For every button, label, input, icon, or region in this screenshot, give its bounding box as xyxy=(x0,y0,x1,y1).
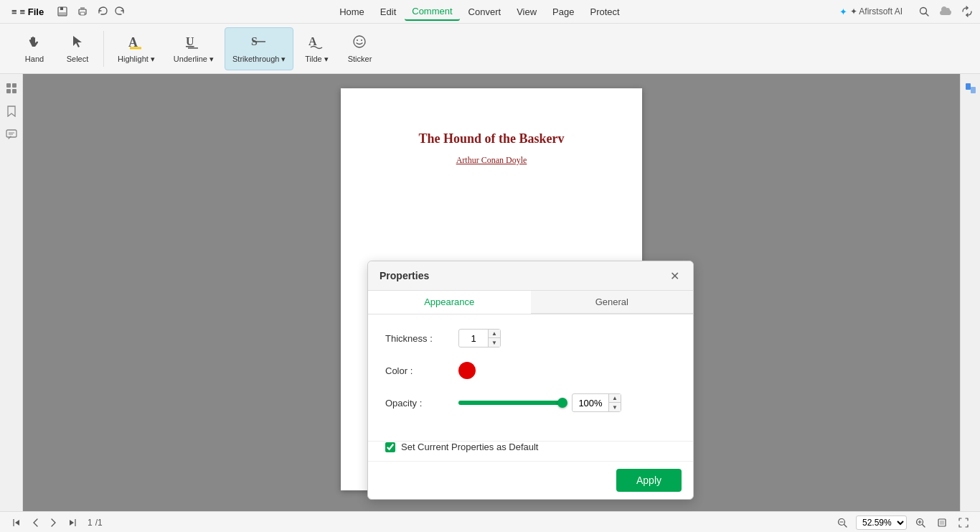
svg-rect-21 xyxy=(12,89,17,93)
panel-header: Properties ✕ xyxy=(368,261,693,291)
strikethrough-label: Strikethrough ▾ xyxy=(232,55,286,64)
nav-first-button[interactable] xyxy=(9,515,24,531)
hand-label: Hand xyxy=(25,55,44,63)
sticker-icon xyxy=(352,34,367,52)
zoom-in-button[interactable] xyxy=(913,515,928,531)
comments-panel-icon[interactable] xyxy=(3,126,20,143)
color-label: Color : xyxy=(385,365,450,376)
tilde-icon: A xyxy=(308,34,324,52)
svg-point-15 xyxy=(354,36,365,47)
undo-icon[interactable] xyxy=(95,4,110,19)
hand-icon xyxy=(27,34,42,52)
thickness-up-button[interactable]: ▲ xyxy=(489,330,500,338)
ai-button[interactable]: ✦ ✦ Afirstsoft AI xyxy=(832,4,910,20)
menu-view[interactable]: View xyxy=(509,4,544,20)
svg-rect-2 xyxy=(59,12,66,16)
strikethrough-icon: S xyxy=(251,34,267,52)
tab-general[interactable]: General xyxy=(531,291,694,314)
opacity-spinners: ▲ ▼ xyxy=(608,394,621,411)
select-tool-button[interactable]: Select xyxy=(57,27,98,70)
fit-page-button[interactable] xyxy=(934,515,950,531)
thickness-row: Thickness : ▲ ▼ xyxy=(385,329,676,347)
pdf-content-area: The Hound of the Baskerv Arthur Conan Do… xyxy=(23,74,960,511)
menu-edit[interactable]: Edit xyxy=(373,4,403,20)
panel-close-button[interactable]: ✕ xyxy=(667,269,682,283)
file-label: ≡ File xyxy=(20,6,44,17)
page-separator: /1 xyxy=(95,518,103,528)
svg-rect-37 xyxy=(940,521,944,525)
opacity-down-button[interactable]: ▼ xyxy=(609,403,621,411)
underline-tool-button[interactable]: U Underline ▾ xyxy=(166,27,222,70)
menu-convert[interactable]: Convert xyxy=(461,4,509,20)
translate-icon[interactable] xyxy=(962,80,979,97)
redo-icon[interactable] xyxy=(113,4,127,19)
search-icon[interactable] xyxy=(917,4,931,19)
bookmark-icon[interactable] xyxy=(3,103,20,120)
apply-button[interactable]: Apply xyxy=(616,469,682,492)
file-menu[interactable]: ≡ ≡ File xyxy=(6,5,50,19)
strikethrough-tool-button[interactable]: S Strikethrough ▾ xyxy=(225,27,293,70)
nav-last-button[interactable] xyxy=(65,515,80,531)
zoom-select[interactable]: 52.59% 75% 100% 125% 150% xyxy=(856,515,907,530)
menu-home[interactable]: Home xyxy=(332,4,372,20)
set-default-checkbox[interactable] xyxy=(385,442,395,452)
svg-rect-1 xyxy=(60,7,63,10)
svg-line-33 xyxy=(923,524,925,527)
zoom-out-button[interactable] xyxy=(834,515,850,531)
svg-rect-4 xyxy=(80,7,85,9)
book-author: Arthur Conan Doyle xyxy=(456,155,527,166)
opacity-input-wrap: ▲ ▼ xyxy=(572,393,621,412)
svg-rect-19 xyxy=(12,83,17,88)
set-default-row: Set Current Properties as Default xyxy=(368,441,693,461)
svg-line-30 xyxy=(844,524,847,527)
sync-icon[interactable] xyxy=(960,4,974,19)
hand-tool-button[interactable]: Hand xyxy=(14,27,55,70)
select-icon xyxy=(70,34,85,52)
opacity-label: Opacity : xyxy=(385,398,450,409)
panel-title: Properties xyxy=(380,270,429,281)
panel-tabs: Appearance General xyxy=(368,291,693,314)
thumbnail-icon[interactable] xyxy=(3,80,20,97)
tab-appearance[interactable]: Appearance xyxy=(368,291,531,314)
color-swatch[interactable] xyxy=(458,362,476,379)
svg-text:A: A xyxy=(308,35,317,47)
save-icon[interactable] xyxy=(55,4,70,19)
opacity-input[interactable] xyxy=(573,396,608,411)
underline-label: Underline ▾ xyxy=(174,55,214,64)
opacity-up-button[interactable]: ▲ xyxy=(609,394,621,403)
thickness-label: Thickness : xyxy=(385,333,450,344)
nav-prev-button[interactable] xyxy=(27,515,43,531)
svg-rect-5 xyxy=(80,12,85,15)
svg-point-17 xyxy=(361,39,362,41)
thickness-input[interactable] xyxy=(459,331,488,346)
print-icon[interactable] xyxy=(75,4,90,19)
menu-protect[interactable]: Protect xyxy=(583,4,626,20)
svg-rect-18 xyxy=(6,83,11,88)
svg-rect-25 xyxy=(966,83,971,90)
svg-line-7 xyxy=(925,13,928,16)
opacity-slider-track[interactable] xyxy=(458,401,566,405)
nav-next-button[interactable] xyxy=(46,515,62,531)
cloud-icon[interactable] xyxy=(938,4,953,19)
opacity-slider-thumb[interactable] xyxy=(557,398,567,408)
menu-page[interactable]: Page xyxy=(545,4,581,20)
ai-label: ✦ Afirstsoft AI xyxy=(850,6,903,17)
sticker-tool-button[interactable]: Sticker xyxy=(339,27,380,70)
svg-text:U: U xyxy=(186,35,194,47)
tilde-tool-button[interactable]: A Tilde ▾ xyxy=(296,27,336,70)
underline-icon: U xyxy=(186,34,202,52)
properties-panel: Properties ✕ Appearance General Thicknes… xyxy=(367,261,694,500)
ai-icon: ✦ xyxy=(839,6,847,17)
highlight-tool-button[interactable]: A Highlight ▾ xyxy=(110,27,163,70)
menu-comment[interactable]: Comment xyxy=(405,3,459,21)
set-default-label: Set Current Properties as Default xyxy=(401,442,538,452)
status-right: 52.59% 75% 100% 125% 150% xyxy=(834,515,971,531)
fullscreen-button[interactable] xyxy=(956,515,971,531)
thickness-down-button[interactable]: ▼ xyxy=(489,338,500,347)
menu-icon: ≡ xyxy=(11,6,17,17)
color-row: Color : xyxy=(385,362,676,379)
highlight-label: Highlight ▾ xyxy=(118,55,155,64)
page-info: 1 xyxy=(88,518,93,528)
opacity-slider-fill xyxy=(458,401,566,405)
opacity-row: Opacity : ▲ xyxy=(385,393,676,412)
